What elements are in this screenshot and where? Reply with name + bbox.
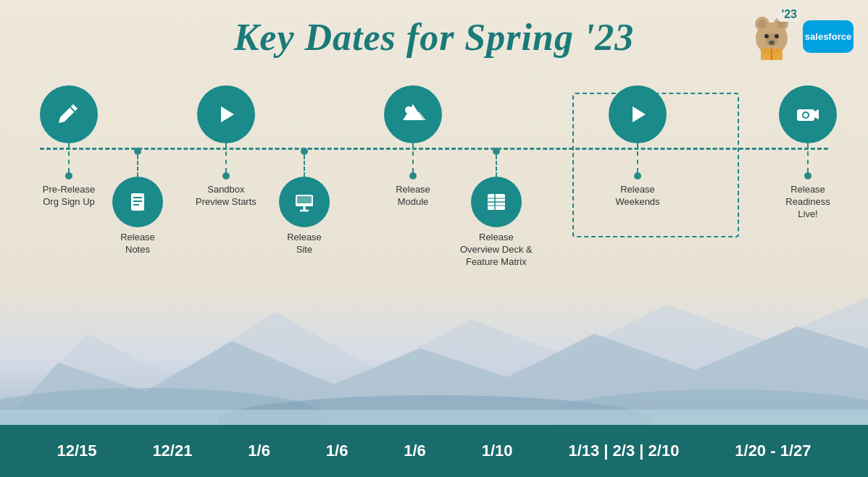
dot-readiness <box>804 172 811 180</box>
item-weekends: ReleaseWeekends <box>609 85 667 208</box>
item-overview: ReleaseOverview Deck &Feature Matrix <box>460 148 533 269</box>
notes-icon <box>112 177 163 227</box>
date-1: 12/15 <box>57 442 96 460</box>
overview-icon <box>471 177 522 227</box>
footer-bar: 12/15 12/21 1/6 1/6 1/6 1/10 1/13 | 2/3 … <box>0 425 868 477</box>
svg-point-9 <box>758 20 767 28</box>
label-sandbox: SandboxPreview Starts <box>196 184 256 208</box>
item-site: ReleaseSite <box>279 148 330 256</box>
dot-overview <box>493 148 500 155</box>
connector-notes <box>137 155 138 177</box>
readiness-icon <box>779 85 837 143</box>
label-overview: ReleaseOverview Deck &Feature Matrix <box>460 232 533 269</box>
item-pre-release: Pre-ReleaseOrg Sign Up <box>40 85 98 208</box>
connector-readiness <box>807 143 809 172</box>
connector-overview <box>496 155 497 177</box>
site-icon <box>279 177 330 227</box>
connector-pre-release <box>68 143 70 172</box>
connector-weekends <box>637 143 638 172</box>
svg-marker-18 <box>221 106 234 122</box>
dot-notes <box>134 148 141 155</box>
label-weekends: ReleaseWeekends <box>615 184 659 208</box>
date-2: 12/21 <box>152 442 192 460</box>
svg-point-14 <box>769 41 775 45</box>
label-module: ReleaseModule <box>396 184 430 208</box>
dot-sandbox <box>222 172 230 180</box>
date-3: 1/6 <box>248 442 270 460</box>
item-notes: ReleaseNotes <box>112 148 163 256</box>
connector-module <box>412 143 414 172</box>
svg-marker-22 <box>633 106 646 122</box>
label-site: ReleaseSite <box>287 232 322 256</box>
dot-weekends <box>634 172 641 180</box>
svg-rect-31 <box>297 196 312 203</box>
date-5: 1/6 <box>404 442 426 460</box>
svg-point-21 <box>405 106 412 114</box>
svg-point-40 <box>804 113 808 117</box>
module-icon <box>384 85 442 143</box>
label-notes: ReleaseNotes <box>120 232 155 256</box>
pre-release-icon <box>40 85 98 143</box>
date-7: 1/13 | 2/3 | 2/10 <box>568 442 679 460</box>
connector-site <box>304 155 305 177</box>
dot-pre-release <box>65 172 72 180</box>
date-6: 1/10 <box>482 442 513 460</box>
dot-module <box>409 172 417 180</box>
label-readiness: Release ReadinessLive! <box>768 184 848 221</box>
item-module: ReleaseModule <box>384 85 442 208</box>
item-readiness: Release ReadinessLive! <box>768 85 848 221</box>
svg-marker-38 <box>814 109 819 119</box>
svg-point-12 <box>764 34 769 38</box>
page-title: Key Dates for Spring '23 <box>0 0 868 59</box>
spring-badge: '23 <box>777 7 801 22</box>
page-wrapper: Key Dates for Spring '23 '23 <box>0 0 868 477</box>
weekends-icon <box>609 85 667 143</box>
date-8: 1/20 - 1/27 <box>735 442 811 460</box>
salesforce-logo: salesforce <box>803 20 854 53</box>
date-4: 1/6 <box>326 442 349 460</box>
svg-rect-28 <box>296 203 313 206</box>
svg-point-13 <box>775 34 779 38</box>
label-pre-release: Pre-ReleaseOrg Sign Up <box>43 184 95 208</box>
item-sandbox: SandboxPreview Starts <box>196 85 256 208</box>
mountain-background <box>0 276 868 428</box>
logo-area: '23 salesforce <box>746 11 854 62</box>
dot-site <box>301 148 308 155</box>
mascot-image: '23 <box>746 11 797 62</box>
sandbox-icon <box>197 85 255 143</box>
connector-sandbox <box>225 143 227 172</box>
